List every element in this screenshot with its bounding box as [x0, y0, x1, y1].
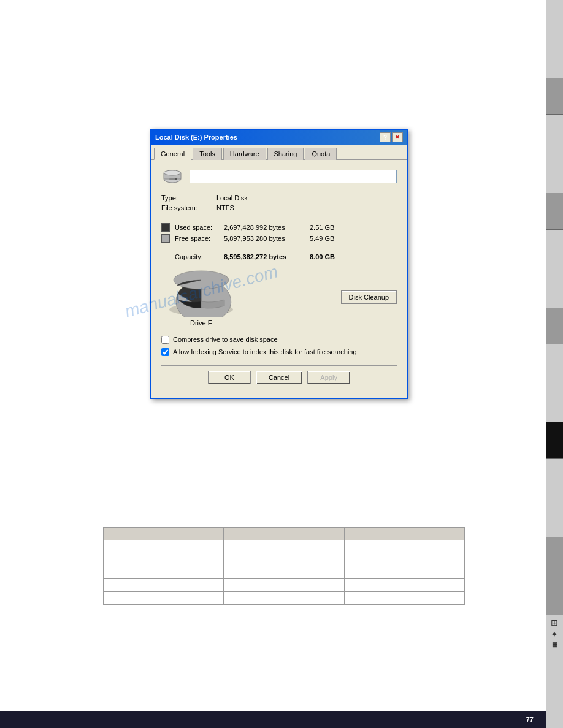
used-space-label: Used space: [175, 224, 224, 231]
drive-label-input[interactable] [190, 170, 397, 183]
tabs-bar: General Tools Hardware Sharing Quota [151, 145, 407, 160]
svg-point-3 [169, 178, 175, 180]
pie-chart-wrapper: Drive E [161, 268, 241, 327]
svg-point-4 [175, 178, 177, 180]
table-cell [224, 579, 344, 592]
compress-row: Compress drive to save disk space [161, 335, 397, 344]
drive-header [161, 167, 397, 186]
svg-point-2 [164, 170, 181, 175]
dialog-title: Local Disk (E:) Properties [155, 134, 237, 141]
used-color-box [161, 223, 170, 232]
table-row [104, 566, 465, 579]
tab-quota[interactable]: Quota [305, 148, 337, 160]
right-tab-3[interactable] [546, 308, 563, 344]
title-bar: Local Disk (E:) Properties ? ✕ [151, 130, 407, 145]
right-tab-1[interactable] [546, 78, 563, 115]
divider-2 [161, 248, 397, 248]
table-cell [344, 579, 464, 592]
right-tab-spacer-1 [546, 0, 563, 78]
close-button[interactable]: ✕ [392, 132, 403, 142]
apply-button[interactable]: Apply [307, 371, 350, 384]
used-space-bytes: 2,697,428,992 bytes [224, 224, 310, 231]
right-tab-spacer-2 [546, 115, 563, 192]
table-cell [104, 566, 224, 579]
free-color-box [161, 234, 170, 243]
pie-label: Drive E [190, 319, 212, 327]
dialog-footer: OK Cancel Apply [161, 365, 397, 390]
free-space-bytes: 5,897,953,280 bytes [224, 235, 310, 242]
used-space-row: Used space: 2,697,428,992 bytes 2.51 GB [161, 223, 397, 232]
compress-label: Compress drive to save disk space [173, 335, 278, 344]
checkbox-section: Compress drive to save disk space Allow … [161, 335, 397, 357]
table-cell [224, 566, 344, 579]
table-cell [104, 540, 224, 553]
right-sidebar-icon-3[interactable]: ▦ [552, 641, 557, 648]
tab-hardware[interactable]: Hardware [223, 148, 266, 160]
right-tab-spacer-7 [546, 650, 563, 728]
table-cell [344, 566, 464, 579]
indexing-checkbox[interactable] [161, 348, 169, 356]
compress-checkbox[interactable] [161, 336, 169, 344]
table-cell [224, 540, 344, 553]
table-cell [104, 553, 224, 566]
help-button[interactable]: ? [380, 132, 391, 142]
drive-icon [161, 167, 183, 186]
table-row [104, 540, 465, 553]
table-header-row [104, 528, 465, 540]
capacity-gb: 8.00 GB [310, 253, 335, 260]
tab-general[interactable]: General [154, 148, 191, 160]
table-cell [344, 592, 464, 605]
right-tab-spacer-4 [546, 344, 563, 422]
table-cell [224, 553, 344, 566]
right-tab-spacer-3 [546, 230, 563, 308]
bottom-table-container [103, 527, 465, 605]
table-header-3 [344, 528, 464, 540]
type-row: Type: Local Disk [161, 194, 397, 202]
page-content: Local Disk (E:) Properties ? ✕ General T… [0, 0, 546, 728]
filesystem-row: File system: NTFS [161, 204, 397, 211]
dialog-body: Type: Local Disk File system: NTFS Used … [151, 160, 407, 398]
table-row [104, 592, 465, 605]
table-cell [344, 540, 464, 553]
hard-drive-svg [163, 168, 182, 185]
type-value: Local Disk [216, 194, 248, 202]
pie-area: Drive E Disk Cleanup [161, 265, 397, 329]
filesystem-label: File system: [161, 204, 216, 211]
free-space-label: Free space: [175, 235, 224, 242]
bottom-bar: 77 [0, 711, 546, 728]
right-sidebar-icon-2[interactable]: ✦ [551, 629, 558, 639]
filesystem-value: NTFS [216, 204, 234, 211]
page-number: 77 [526, 716, 534, 723]
table-header-2 [224, 528, 344, 540]
tab-tools[interactable]: Tools [193, 148, 222, 160]
right-tab-2[interactable] [546, 193, 563, 230]
capacity-bytes: 8,595,382,272 bytes [224, 253, 310, 260]
table-cell [104, 579, 224, 592]
bottom-table [103, 527, 465, 605]
used-space-gb: 2.51 GB [310, 224, 347, 231]
divider-1 [161, 218, 397, 218]
table-row [104, 579, 465, 592]
cancel-button[interactable]: Cancel [256, 371, 302, 384]
indexing-row: Allow Indexing Service to index this dis… [161, 347, 397, 356]
pie-chart-svg [161, 268, 241, 317]
right-tab-4-active[interactable] [546, 422, 563, 459]
info-section: Type: Local Disk File system: NTFS [161, 194, 397, 211]
free-space-row: Free space: 5,897,953,280 bytes 5.49 GB [161, 234, 397, 243]
space-section: Used space: 2,697,428,992 bytes 2.51 GB … [161, 223, 397, 243]
right-sidebar-icon-1[interactable]: ⊞ [551, 618, 558, 628]
table-cell [104, 592, 224, 605]
right-tabs: ⊞ ✦ ▦ [546, 0, 563, 728]
title-bar-buttons: ? ✕ [380, 132, 403, 142]
right-tab-spacer-6 [546, 537, 563, 615]
table-cell [224, 592, 344, 605]
dialog-window: Local Disk (E:) Properties ? ✕ General T… [150, 129, 408, 399]
tab-sharing[interactable]: Sharing [267, 148, 304, 160]
free-space-gb: 5.49 GB [310, 235, 347, 242]
capacity-row: Capacity: 8,595,382,272 bytes 8.00 GB [161, 253, 397, 260]
ok-button[interactable]: OK [208, 371, 251, 384]
table-row [104, 553, 465, 566]
indexing-label: Allow Indexing Service to index this dis… [173, 347, 357, 356]
type-label: Type: [161, 194, 216, 202]
disk-cleanup-button[interactable]: Disk Cleanup [341, 290, 397, 304]
